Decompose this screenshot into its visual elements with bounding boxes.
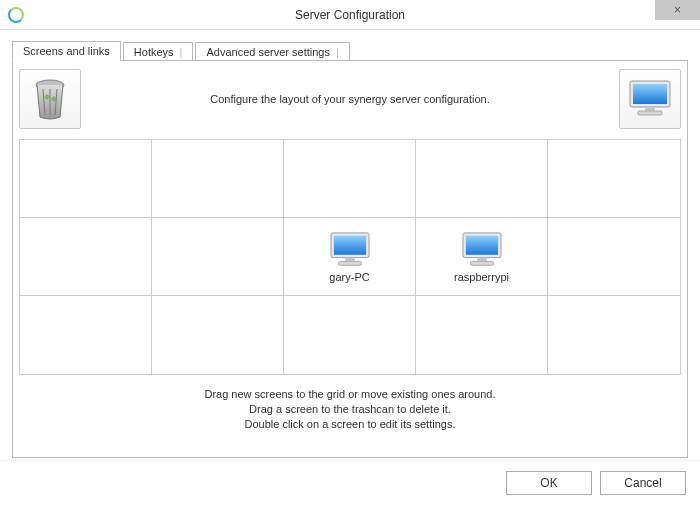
svg-rect-3: [645, 107, 655, 111]
svg-rect-11: [477, 257, 487, 261]
screen-label: gary-PC: [329, 271, 369, 283]
grid-cell[interactable]: [20, 140, 152, 218]
tabstrip: Screens and links Hotkeys| Advanced serv…: [12, 38, 688, 60]
tab-advanced-server-settings[interactable]: Advanced server settings|: [195, 42, 349, 61]
grid-cell[interactable]: [152, 296, 284, 374]
grid-cell[interactable]: [548, 140, 680, 218]
tab-label: Hotkeys: [134, 46, 174, 58]
grid-cell[interactable]: [284, 296, 416, 374]
hint-text: Drag new screens to the grid or move exi…: [19, 387, 681, 432]
cancel-button[interactable]: Cancel: [600, 471, 686, 495]
ok-button[interactable]: OK: [506, 471, 592, 495]
monitor-icon: [460, 231, 504, 269]
svg-rect-10: [465, 235, 497, 254]
dialog-content: Screens and links Hotkeys| Advanced serv…: [0, 30, 700, 460]
tab-label: Screens and links: [23, 45, 110, 57]
svg-rect-4: [638, 111, 662, 115]
close-icon: ×: [674, 3, 681, 17]
window-title: Server Configuration: [0, 8, 700, 22]
screen-label: raspberrypi: [454, 271, 509, 283]
grid-cell[interactable]: [548, 296, 680, 374]
dialog-footer: OK Cancel: [0, 460, 700, 504]
hint-line: Drag a screen to the trashcan to delete …: [19, 402, 681, 417]
grid-cell[interactable]: [20, 296, 152, 374]
instruction-text: Configure the layout of your synergy ser…: [81, 93, 619, 105]
top-row: Configure the layout of your synergy ser…: [19, 67, 681, 131]
grid-cell[interactable]: [20, 218, 152, 296]
screen-gary-PC[interactable]: gary-PC: [284, 218, 416, 296]
tab-screens-and-links[interactable]: Screens and links: [12, 41, 121, 61]
grid-cell[interactable]: [548, 218, 680, 296]
trash-icon: [31, 77, 69, 121]
hint-line: Drag new screens to the grid or move exi…: [19, 387, 681, 402]
trashcan-dropzone[interactable]: [19, 69, 81, 129]
monitor-icon: [328, 231, 372, 269]
titlebar: Server Configuration ×: [0, 0, 700, 30]
close-button[interactable]: ×: [655, 0, 700, 20]
hint-line: Double click on a screen to edit its set…: [19, 417, 681, 432]
new-screen-source[interactable]: [619, 69, 681, 129]
grid-cell[interactable]: [152, 140, 284, 218]
tab-panel-screens: Configure the layout of your synergy ser…: [12, 60, 688, 458]
svg-rect-2: [633, 84, 667, 104]
svg-rect-7: [345, 257, 355, 261]
grid-cell[interactable]: [152, 218, 284, 296]
synergy-app-icon: [8, 7, 24, 23]
screen-raspberrypi[interactable]: raspberrypi: [416, 218, 548, 296]
grid-cell[interactable]: [284, 140, 416, 218]
tab-hotkeys[interactable]: Hotkeys|: [123, 42, 194, 61]
screen-layout-grid[interactable]: gary-PCraspberrypi: [19, 139, 681, 375]
monitor-icon: [628, 79, 672, 119]
svg-rect-8: [338, 261, 361, 265]
svg-rect-6: [333, 235, 365, 254]
svg-rect-12: [470, 261, 493, 265]
grid-cell[interactable]: [416, 296, 548, 374]
grid-cell[interactable]: [416, 140, 548, 218]
tab-label: Advanced server settings: [206, 46, 330, 58]
